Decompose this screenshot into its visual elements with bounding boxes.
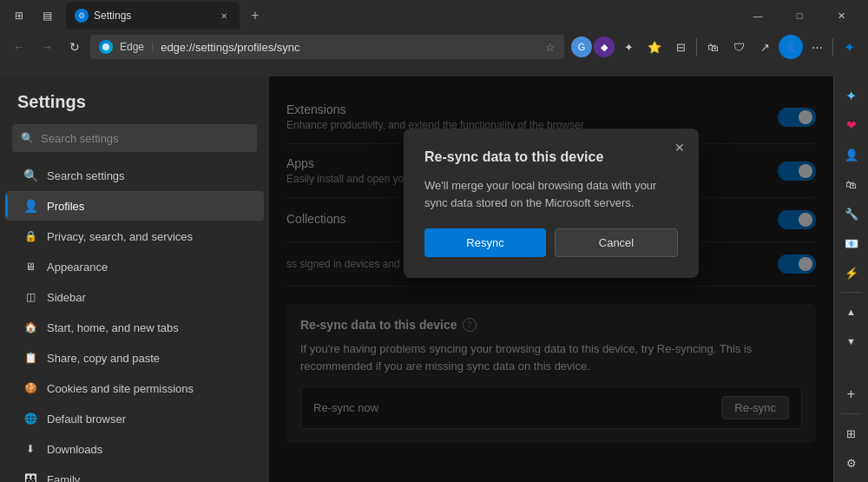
shopping-rs-button[interactable]: 🛍 bbox=[838, 170, 865, 198]
vertical-tabs-icon[interactable]: ▤ bbox=[35, 3, 59, 28]
main-area: Settings 🔍 🔍 Search settings 👤 Profiles … bbox=[0, 76, 868, 482]
nav-label-share-copy: Share, copy and paste bbox=[47, 352, 160, 365]
search-settings-icon: 🔍 bbox=[23, 168, 38, 183]
scroll-down-button[interactable]: ▼ bbox=[838, 327, 865, 355]
new-tab-button[interactable]: + bbox=[243, 3, 267, 28]
settings-title: Settings bbox=[0, 76, 269, 121]
tab-close-button[interactable]: ✕ bbox=[217, 9, 231, 23]
edge-logo bbox=[99, 40, 113, 54]
edge-label: Edge bbox=[120, 41, 144, 53]
search-box[interactable]: 🔍 bbox=[12, 124, 257, 152]
profiles-icon: 👤 bbox=[23, 198, 38, 214]
nav-item-share-copy[interactable]: 📋 Share, copy and paste bbox=[5, 343, 264, 373]
default-browser-icon: 🌐 bbox=[23, 411, 38, 426]
nav-label-downloads: Downloads bbox=[47, 443, 102, 456]
settings-rs-button[interactable]: ⚙ bbox=[838, 449, 865, 477]
nav-item-cookies[interactable]: 🍪 Cookies and site permissions bbox=[5, 373, 264, 403]
nav-label-sidebar: Sidebar bbox=[47, 291, 86, 304]
copilot-rs-button[interactable]: ✦ bbox=[838, 82, 865, 109]
minimize-button[interactable]: — bbox=[738, 2, 778, 30]
tab-favicon: ⚙ bbox=[75, 9, 89, 23]
profile-rs-button[interactable]: 👤 bbox=[838, 141, 865, 168]
browser-essentials-icon[interactable]: 🛡 bbox=[727, 35, 751, 59]
settings-sidebar: Settings 🔍 🔍 Search settings 👤 Profiles … bbox=[0, 76, 269, 482]
nav-item-start-home[interactable]: 🏠 Start, home, and new tabs bbox=[5, 313, 264, 342]
profile-icon-2[interactable]: ◆ bbox=[594, 36, 615, 57]
tab-title: Settings bbox=[94, 10, 212, 22]
nav-item-sidebar[interactable]: ◫ Sidebar bbox=[5, 282, 264, 312]
modal-description: We'll merge your local browsing data wit… bbox=[424, 177, 678, 211]
address-bar[interactable]: Edge | edge://settings/profiles/sync ☆ bbox=[90, 35, 564, 59]
nav-item-search-settings[interactable]: 🔍 Search settings bbox=[5, 161, 264, 190]
collections-icon[interactable]: ⭐ bbox=[642, 35, 667, 59]
modal-close-button[interactable]: ✕ bbox=[669, 137, 690, 158]
fav-icon[interactable]: ✦ bbox=[616, 35, 641, 59]
nav-label-cookies: Cookies and site permissions bbox=[47, 382, 194, 395]
address-bar-row: ← → ↻ Edge | edge://settings/profiles/sy… bbox=[0, 31, 868, 63]
nav-label-privacy: Privacy, search, and services bbox=[47, 230, 193, 243]
scroll-up-button[interactable]: ▲ bbox=[838, 298, 865, 326]
nav-item-profiles[interactable]: 👤 Profiles bbox=[5, 191, 264, 221]
nav-label-appearance: Appearance bbox=[47, 261, 108, 274]
forward-button[interactable]: → bbox=[35, 35, 59, 59]
cookies-icon: 🍪 bbox=[23, 380, 38, 396]
title-bar: ⊞ ▤ ⚙ Settings ✕ + — □ ✕ bbox=[0, 0, 868, 31]
toolbar-divider bbox=[696, 38, 697, 56]
search-icon: 🔍 bbox=[21, 132, 34, 144]
svg-point-0 bbox=[102, 43, 109, 50]
content-area: Extensions Enhance productivity, and ext… bbox=[269, 76, 833, 482]
nav-item-family[interactable]: 👨‍👩‍👧 Family bbox=[5, 465, 264, 482]
outlook-rs-button[interactable]: 📧 bbox=[838, 229, 865, 257]
share-icon[interactable]: ↗ bbox=[753, 35, 777, 59]
address-text: edge://settings/profiles/sync bbox=[161, 41, 538, 54]
collections-rs-button[interactable]: ❤ bbox=[838, 111, 865, 139]
bookmark-icon[interactable]: ☆ bbox=[545, 41, 556, 54]
extensions-icon[interactable]: ⊞ bbox=[7, 3, 31, 28]
nav-label-start-home: Start, home, and new tabs bbox=[47, 321, 179, 334]
start-home-icon: 🏠 bbox=[23, 320, 38, 335]
modal-title: Re-sync data to this device bbox=[424, 149, 678, 165]
modal-actions: Resync Cancel bbox=[424, 228, 678, 257]
close-button[interactable]: ✕ bbox=[821, 2, 861, 30]
appearance-icon: 🖥 bbox=[23, 259, 38, 274]
nav-label-default-browser: Default browser bbox=[47, 413, 126, 426]
nav-label-search-settings: Search settings bbox=[47, 169, 125, 182]
right-sidebar: ✦ ❤ 👤 🛍 🔧 📧 ⚡ ▲ ▼ + ⊞ ⚙ bbox=[833, 76, 868, 482]
more-rs-button[interactable]: ⚡ bbox=[838, 259, 865, 287]
tools-rs-button[interactable]: 🔧 bbox=[838, 200, 865, 228]
nav-item-downloads[interactable]: ⬇ Downloads bbox=[5, 434, 264, 464]
share-copy-icon: 📋 bbox=[23, 350, 38, 366]
copilot-button[interactable]: ✦ bbox=[837, 35, 861, 59]
more-options-button[interactable]: ⋯ bbox=[805, 35, 829, 59]
downloads-icon: ⬇ bbox=[23, 441, 38, 457]
rs-divider-2 bbox=[841, 413, 862, 414]
nav-item-privacy[interactable]: 🔒 Privacy, search, and services bbox=[5, 221, 264, 251]
back-button[interactable]: ← bbox=[7, 35, 31, 59]
apps-grid-button[interactable]: ⊞ bbox=[838, 419, 865, 447]
privacy-icon: 🔒 bbox=[23, 228, 38, 244]
nav-item-default-browser[interactable]: 🌐 Default browser bbox=[5, 404, 264, 433]
maximize-button[interactable]: □ bbox=[779, 2, 819, 30]
search-input[interactable] bbox=[41, 132, 248, 145]
add-rs-button[interactable]: + bbox=[838, 380, 865, 408]
family-icon: 👨‍👩‍👧 bbox=[23, 472, 38, 482]
shopping-icon[interactable]: 🛍 bbox=[700, 35, 725, 59]
user-profile-button[interactable]: 👤 bbox=[779, 35, 803, 59]
browser-chrome: ⊞ ▤ ⚙ Settings ✕ + — □ ✕ ← → ↻ Edge | ed… bbox=[0, 0, 868, 76]
settings-tab[interactable]: ⚙ Settings ✕ bbox=[66, 2, 240, 30]
cancel-button[interactable]: Cancel bbox=[555, 228, 678, 257]
refresh-button[interactable]: ↻ bbox=[62, 35, 87, 59]
split-icon[interactable]: ⊟ bbox=[668, 35, 693, 59]
resync-confirm-button[interactable]: Resync bbox=[424, 228, 546, 257]
rs-divider bbox=[841, 292, 862, 293]
modal-overlay: ✕ Re-sync data to this device We'll merg… bbox=[269, 76, 833, 482]
resync-modal: ✕ Re-sync data to this device We'll merg… bbox=[404, 129, 699, 278]
profile-icon-1[interactable]: G bbox=[571, 36, 592, 57]
toolbar-icons: G ◆ ✦ ⭐ ⊟ 🛍 🛡 ↗ 👤 ⋯ ✦ bbox=[571, 35, 861, 59]
toolbar-divider-2 bbox=[832, 38, 833, 56]
nav-item-appearance[interactable]: 🖥 Appearance bbox=[5, 252, 264, 281]
sidebar-nav-icon: ◫ bbox=[23, 289, 38, 305]
nav-label-family: Family bbox=[47, 473, 80, 483]
window-controls: — □ ✕ bbox=[738, 2, 861, 30]
nav-label-profiles: Profiles bbox=[47, 200, 84, 213]
